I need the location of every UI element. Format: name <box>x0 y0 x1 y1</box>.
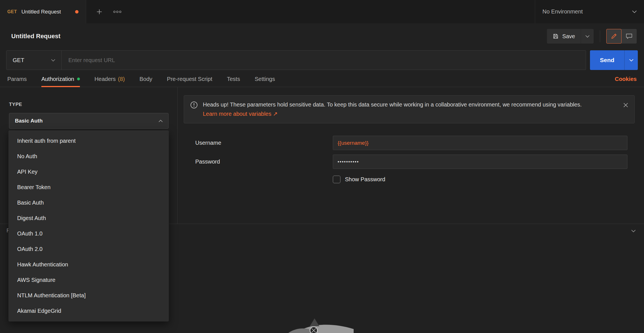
save-button[interactable]: Save <box>547 29 581 44</box>
option-inherit-auth[interactable]: Inherit auth from parent <box>8 133 169 149</box>
tab-strip: GET Untitled Request No Environment <box>0 0 644 23</box>
save-options-button[interactable] <box>581 29 594 44</box>
request-tab[interactable]: GET Untitled Request <box>0 0 86 23</box>
option-oauth-2[interactable]: OAuth 2.0 <box>8 241 169 257</box>
show-password-label: Show Password <box>345 176 385 183</box>
username-input[interactable] <box>333 136 627 150</box>
environment-selector[interactable]: No Environment <box>535 0 644 23</box>
chevron-down-icon <box>51 59 55 62</box>
option-basic-auth[interactable]: Basic Auth <box>8 195 169 210</box>
auth-details-panel: Heads up! These parameters hold sensitiv… <box>178 87 644 224</box>
request-tab-method: GET <box>7 9 17 14</box>
show-password-row: Show Password <box>333 176 635 183</box>
headers-count: (8) <box>118 76 125 82</box>
divider <box>600 30 600 42</box>
tab-headers-label: Headers <box>95 76 116 82</box>
more-options-icon <box>113 10 122 13</box>
option-digest-auth[interactable]: Digest Auth <box>8 210 169 226</box>
rocket-illustration <box>288 318 354 333</box>
credentials-form: Username Password Show Password <box>184 136 635 183</box>
tab-tests-label: Tests <box>227 76 240 82</box>
option-api-key[interactable]: API Key <box>8 164 169 180</box>
page-title: Untitled Request <box>11 33 60 40</box>
postman-app: GET Untitled Request No Environment Unti… <box>0 0 644 333</box>
method-select[interactable]: GET <box>6 50 62 70</box>
learn-more-link[interactable]: Learn more about variables ↗ <box>203 111 278 117</box>
option-hawk-authentication[interactable]: Hawk Authentication <box>8 257 169 272</box>
send-button[interactable]: Send <box>590 50 624 70</box>
collapse-response-button[interactable] <box>631 228 636 234</box>
auth-type-select[interactable]: Basic Auth <box>9 113 169 129</box>
chevron-down-icon <box>631 230 636 232</box>
tab-body[interactable]: Body <box>140 71 152 87</box>
comment-icon <box>626 33 632 39</box>
unsaved-dot-icon <box>75 10 78 13</box>
cookies-link[interactable]: Cookies <box>615 76 637 82</box>
tab-settings[interactable]: Settings <box>255 71 275 87</box>
show-password-checkbox[interactable] <box>333 176 340 183</box>
environment-label: No Environment <box>542 8 583 15</box>
edit-request-button[interactable] <box>606 29 621 44</box>
method-value: GET <box>13 57 24 64</box>
tab-params[interactable]: Params <box>7 71 27 87</box>
chevron-down-icon <box>585 35 589 38</box>
username-row: Username <box>195 136 635 150</box>
tab-tests[interactable]: Tests <box>227 71 240 87</box>
tab-headers[interactable]: Headers (8) <box>95 71 125 87</box>
chevron-down-icon <box>632 10 637 13</box>
tab-pre-request-script[interactable]: Pre-request Script <box>167 71 212 87</box>
option-akamai-edgegrid[interactable]: Akamai EdgeGrid <box>8 303 169 319</box>
request-header-actions: Save <box>547 29 637 44</box>
request-tabs: Params Authorization Headers (8) Body Pr… <box>0 71 644 87</box>
tab-options-button[interactable] <box>113 10 122 13</box>
tab-authorization-label: Authorization <box>41 76 74 82</box>
save-button-group: Save <box>547 29 594 44</box>
type-label: TYPE <box>9 102 177 107</box>
comments-button[interactable] <box>621 29 637 44</box>
edit-button-group <box>606 29 637 44</box>
password-label: Password <box>195 158 333 165</box>
tab-authorization[interactable]: Authorization <box>41 71 80 87</box>
password-input[interactable] <box>333 155 627 169</box>
chevron-down-icon <box>629 59 633 62</box>
warning-text: Heads up! These parameters hold sensitiv… <box>203 101 582 108</box>
password-row: Password <box>195 155 635 169</box>
chevron-up-icon <box>159 120 163 122</box>
option-no-auth[interactable]: No Auth <box>8 149 169 164</box>
request-header: Untitled Request Save <box>0 23 644 49</box>
save-label: Save <box>562 33 575 40</box>
username-label: Username <box>195 140 333 146</box>
tab-body-label: Body <box>140 76 152 82</box>
auth-configured-dot-icon <box>77 78 80 80</box>
url-input[interactable] <box>62 50 586 70</box>
tab-settings-label: Settings <box>255 76 275 82</box>
pencil-icon <box>611 33 617 39</box>
tab-pre-request-label: Pre-request Script <box>167 76 212 82</box>
info-icon <box>190 101 198 112</box>
new-tab-button[interactable] <box>96 8 103 15</box>
auth-type-dropdown: Inherit auth from parent No Auth API Key… <box>8 130 169 321</box>
option-oauth-1[interactable]: OAuth 1.0 <box>8 226 169 241</box>
request-tab-title: Untitled Request <box>21 9 61 15</box>
tab-params-label: Params <box>7 76 27 82</box>
plus-icon <box>96 8 103 15</box>
option-ntlm-authentication[interactable]: NTLM Authentication [Beta] <box>8 288 169 303</box>
warning-body: Heads up! These parameters hold sensitiv… <box>203 100 597 119</box>
save-icon <box>553 33 559 39</box>
option-bearer-token[interactable]: Bearer Token <box>8 180 169 195</box>
sensitive-data-warning: Heads up! These parameters hold sensitiv… <box>184 95 635 123</box>
close-icon <box>623 103 628 108</box>
send-options-button[interactable] <box>624 50 638 70</box>
option-aws-signature[interactable]: AWS Signature <box>8 272 169 288</box>
url-builder: GET Send <box>0 49 644 71</box>
send-button-group: Send <box>590 50 638 70</box>
close-warning-button[interactable] <box>623 101 628 110</box>
auth-type-value: Basic Auth <box>15 118 43 124</box>
tab-strip-actions <box>86 0 122 23</box>
